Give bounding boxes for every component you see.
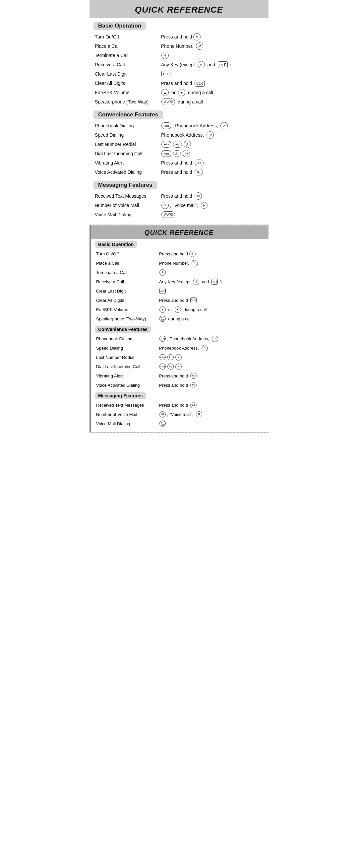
send-icon: ↗ [196,42,203,50]
card2-row-voicemail-num: Number of Voice Mail ✉, "Voice mail", F [95,410,264,419]
card2-section-messaging: Messaging Features Received Text Message… [95,392,264,428]
row-receive-call: Receive a Call Any Key (except ♆ and Rcl… [94,60,264,69]
row-speakerphone: Speakerphone (Two-Way) V⁷/⌫ during a cal… [94,97,264,106]
power2-icon: ♆ [198,61,205,68]
row-voicemail-dialing: Voice Mail Dialing V⁷/⌫ [94,210,264,219]
card2-label-vibrating: Vibrating Alert [96,373,159,378]
card2-row-terminate: Terminate a Call ♆ [95,268,264,277]
card2-value-last-redial: ◂Rd ✳↑ ↗ [159,354,263,361]
section-messaging: Messaging Features Received Text Message… [94,181,264,219]
rcl2-icon: ◂Rcl [161,141,171,148]
card2-label-spk: Speakerphone (Two-Way) [96,316,159,321]
section-title-convenience: Convenience Features [94,111,163,119]
card2-content: Basic Operation Turn On/Off Press and ho… [90,241,268,428]
value-received-text: Press and hold ✉ [161,192,263,200]
c2-send3-icon: ↗ [201,345,208,351]
card2-row-receive: Receive a Call Any Key (except ♆ and Rcl… [95,277,264,286]
card2-row-spk: Speakerphone (Two-Way) V⁷/⌫ during a cal… [95,314,264,323]
card2-label-clear-last: Clear Last Digit [96,288,159,293]
card2-value-vibrating: Press and hold ✳↑ [159,373,263,379]
section-basic-operation: Basic Operation Turn On/Off Press and ho… [94,22,264,106]
label-ear-spk-volume: Ear/SPK Volume [95,90,161,95]
star-up2-icon: ✳↑ [195,159,203,166]
c2-rcl-icon: ◂Rd [159,336,166,342]
section-convenience: Convenience Features Phonebook Dialing ◂… [94,111,264,177]
card2-label-place-call: Place a Call [96,261,159,266]
value-phonebook-dialing: ◂Rcl, Phonebook Address, ↗ [161,122,263,129]
rcl-icon: ◂Rcl [161,122,171,129]
card2-label-received-text: Received Text Messages [96,403,159,408]
row-place-call: Place a Call Phone Number, ↗ [94,41,264,51]
card2-value-terminate: ♆ [159,269,263,276]
c2-end-icon: ♆ [159,269,166,276]
card2-label-speed: Speed Dialing [96,346,159,350]
c2-send2-icon: ↗ [212,336,218,342]
card2-section-basic: Basic Operation Turn On/Off Press and ho… [95,241,264,323]
send5-icon: ↗ [183,150,190,157]
card2-value-turn-on-off: Press and hold ♆ [159,251,263,257]
card2-row-clear-last: Clear Last Digit CLR [95,286,264,296]
card2-label-receive: Receive a Call [96,279,159,284]
card2-value-voicemail-dialing: V⁷/⌫ [159,421,263,427]
value-dial-last-incoming: ◂Rcl #↓ ↗ [161,150,263,157]
row-terminate-call: Terminate a Call ♆ [94,51,264,60]
label-dial-last-incoming: Dial Last Incoming Call [95,151,161,156]
card2-value-clear-all: Press and hold CLR [159,297,263,303]
c2-hash-down-icon: #↓ [167,364,174,370]
value-clear-last-digit: CLR [161,71,263,77]
c2-send5-icon: ↗ [175,364,182,370]
row-turn-on-off: Turn On/Off Press and hold ♆ [94,32,264,41]
label-vibrating-alert: Vibrating Alert [95,160,161,165]
card2-value-place-call: Phone Number, ↗ [159,260,263,266]
value-ear-spk-volume: ▲ or ▼ during a call [161,89,263,96]
clr2-icon: CLR [195,80,204,87]
c2-f-key-icon: F [196,411,202,417]
row-voicemail-number: Number of Voice Mail ✉, "Voice mail", F [94,201,264,210]
c2-clr-icon: CLR [159,288,166,294]
c2-send4-icon: ↗ [175,354,182,361]
label-clear-last-digit: Clear Last Digit [95,71,161,76]
card2-label-dial-last: Dial Last Incoming Call [96,364,159,369]
c2-hash-down2-icon: #↓ [190,382,197,388]
value-last-number-redial: ◂Rcl ✳↑ ↗ [161,141,263,148]
value-voicemail-number: ✉, "Voice mail", F [161,202,263,209]
value-speakerphone: V⁷/⌫ during a call [161,98,263,105]
card2: QUICK REFERENCE Basic Operation Turn On/… [90,224,268,433]
row-last-number-redial: Last Number Redial ◂Rcl ✳↑ ↗ [94,140,264,149]
label-voice-activated: Voice Activated Dialing [95,169,161,175]
card2-section-title-convenience: Convenience Features [95,326,151,333]
c2-vol-down-icon: ▼ [175,307,181,313]
value-place-call: Phone Number, ↗ [161,42,263,50]
label-received-text: Received Text Messages [95,193,161,199]
label-voicemail-dialing: Voice Mail Dialing [95,212,161,217]
label-voicemail-number: Number of Voice Mail [95,203,161,208]
row-ear-spk-volume: Ear/SPK Volume ▲ or ▼ during a call [94,88,264,97]
card2-row-volume: Ear/SPK Volume ▲ or ▼ during a call [95,305,264,314]
spk2-icon: V⁷/⌫ [161,211,175,218]
card2-label-turn-on-off: Turn On/Off [96,251,159,256]
label-speed-dialing: Speed Dialing [95,132,161,137]
hash-down2-icon: #↓ [195,169,203,176]
label-receive-call: Receive a Call [95,62,161,67]
card2-row-speed: Speed Dialing Phonebook Address, ↗ [95,343,264,352]
card2-label-clear-all: Clear All Digits [96,298,159,303]
card2-value-phonebook: ◂Rd, Phonebook Address, ↗ [159,336,263,342]
row-vibrating-alert: Vibrating Alert Press and hold ✳↑ [94,158,264,167]
row-speed-dialing: Speed Dialing Phonebook Address, ↗ [94,130,264,140]
row-voice-activated: Voice Activated Dialing Press and hold #… [94,167,264,177]
section-title-basic: Basic Operation [94,22,146,30]
vol-up-icon: ▲ [161,89,169,96]
rcl3-icon: ◂Rcl [161,150,171,157]
end-icon: ♆ [161,52,169,59]
c2-rcl-f-icon: Rcl F [211,279,218,285]
spk-icon: V⁷/⌫ [161,98,175,105]
c2-spk-icon: V⁷/⌫ [159,316,166,322]
f-key-icon: F [201,202,207,209]
card2-value-voice-act: Press and hold #↓ [159,382,263,388]
card2-section-title-messaging: Messaging Features [95,392,146,399]
c2-star-up-icon: ✳↑ [167,354,174,360]
c2-spk2-icon: V⁷/⌫ [159,421,166,427]
card2-label-voicemail-dialing: Voice Mail Dialing [96,421,159,426]
rcl-f-icon: Rcl F [218,61,228,68]
card2-row-received-text: Received Text Messages Press and hold ✉ [95,400,264,410]
